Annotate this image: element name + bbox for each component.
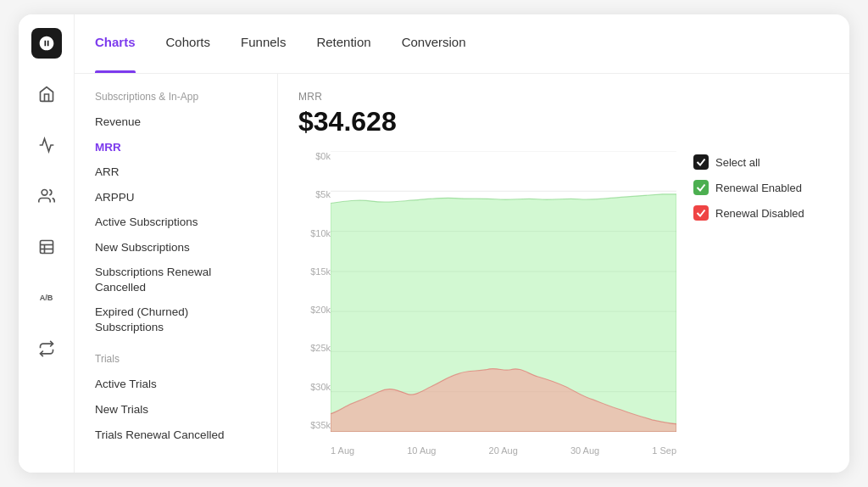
menu-item-arppu[interactable]: ARPPU — [88, 185, 264, 210]
y-label-35k: $35k — [298, 420, 331, 430]
menu-item-active-subscriptions[interactable]: Active Subscriptions — [88, 210, 264, 235]
menu-section-trials: Trials Active Trials New Trials Trials R… — [88, 353, 264, 447]
menu-item-mrr[interactable]: MRR — [88, 135, 264, 160]
chart-area: MRR $34.628 $35k $30k $25k $20k $15k $10… — [278, 74, 849, 473]
menu-section-subscriptions: Subscriptions & In-App Revenue MRR ARR A… — [88, 91, 264, 339]
tab-conversion[interactable]: Conversion — [402, 14, 466, 73]
y-label-10k: $10k — [298, 228, 331, 238]
x-label-1sep: 1 Sep — [652, 445, 676, 456]
x-axis: 1 Aug 10 Aug 20 Aug 30 Aug 1 Sep — [331, 435, 676, 456]
chart-with-legend: $35k $30k $25k $20k $15k $10k $5k $0k — [298, 151, 829, 456]
left-menu: Subscriptions & In-App Revenue MRR ARR A… — [75, 74, 278, 473]
menu-section-title-trials: Trials — [88, 353, 264, 365]
legend-label-select-all: Select all — [715, 156, 760, 169]
menu-item-expired-churned[interactable]: Expired (Churned) Subscriptions — [88, 299, 264, 339]
svg-point-0 — [42, 190, 47, 196]
svg-rect-1 — [40, 241, 53, 254]
content-area: Subscriptions & In-App Revenue MRR ARR A… — [75, 74, 849, 473]
legend: Select all Renewal Enabled — [693, 151, 829, 456]
legend-select-all[interactable]: Select all — [693, 154, 829, 170]
legend-label-renewal-enabled: Renewal Enabled — [715, 182, 802, 194]
chart-value: $34.628 — [298, 106, 829, 137]
tab-cohorts[interactable]: Cohorts — [166, 14, 211, 73]
ab-test-icon[interactable]: A/B — [31, 283, 62, 313]
menu-item-new-subscriptions[interactable]: New Subscriptions — [88, 235, 264, 260]
chart-container: $35k $30k $25k $20k $15k $10k $5k $0k — [298, 151, 676, 456]
legend-label-renewal-disabled: Renewal Disabled — [715, 207, 804, 220]
x-label-20aug: 20 Aug — [489, 445, 518, 456]
legend-renewal-disabled[interactable]: Renewal Disabled — [693, 205, 829, 221]
menu-item-arr[interactable]: ARR — [88, 160, 264, 185]
svg-text:A/B: A/B — [39, 294, 53, 302]
book-icon[interactable] — [31, 232, 62, 262]
legend-checkbox-renewal-enabled — [693, 180, 709, 195]
legend-checkbox-select-all — [693, 154, 709, 170]
y-label-30k: $30k — [298, 382, 331, 392]
menu-item-trials-renewal-cancelled[interactable]: Trials Renewal Cancelled — [88, 423, 264, 448]
swap-icon[interactable] — [31, 333, 62, 364]
legend-checkbox-renewal-disabled — [693, 205, 709, 221]
y-label-25k: $25k — [298, 343, 331, 353]
menu-item-active-trials[interactable]: Active Trials — [88, 372, 264, 397]
sidebar: A/B — [19, 14, 75, 473]
users-icon[interactable] — [31, 181, 62, 211]
logo-icon[interactable] — [31, 28, 62, 59]
x-label-30aug: 30 Aug — [570, 445, 599, 456]
home-icon[interactable] — [31, 79, 62, 109]
menu-item-new-trials[interactable]: New Trials — [88, 397, 264, 423]
chart-label: MRR — [298, 91, 829, 103]
tab-funnels[interactable]: Funnels — [241, 14, 286, 73]
chart-svg-wrapper — [331, 151, 676, 432]
x-label-1aug: 1 Aug — [331, 445, 354, 456]
y-label-5k: $5k — [298, 189, 331, 199]
main-content: Charts Cohorts Funnels Retention Convers… — [75, 14, 849, 473]
legend-renewal-enabled[interactable]: Renewal Enabled — [693, 180, 829, 195]
y-label-0k: $0k — [298, 151, 331, 161]
y-label-20k: $20k — [298, 305, 331, 315]
y-label-15k: $15k — [298, 266, 331, 277]
tab-retention[interactable]: Retention — [316, 14, 370, 73]
menu-item-revenue[interactable]: Revenue — [88, 109, 264, 135]
menu-item-subscriptions-renewal-cancelled[interactable]: Subscriptions Renewal Cancelled — [88, 260, 264, 299]
tab-charts[interactable]: Charts — [95, 14, 136, 73]
top-nav: Charts Cohorts Funnels Retention Convers… — [75, 14, 849, 74]
menu-section-title-subscriptions: Subscriptions & In-App — [88, 91, 264, 103]
y-axis: $35k $30k $25k $20k $15k $10k $5k $0k — [298, 151, 331, 430]
app-window: A/B Charts Cohorts Funnels Retention Con… — [19, 14, 849, 473]
x-label-10aug: 10 Aug — [407, 445, 436, 456]
chart-line-icon[interactable] — [31, 130, 62, 160]
